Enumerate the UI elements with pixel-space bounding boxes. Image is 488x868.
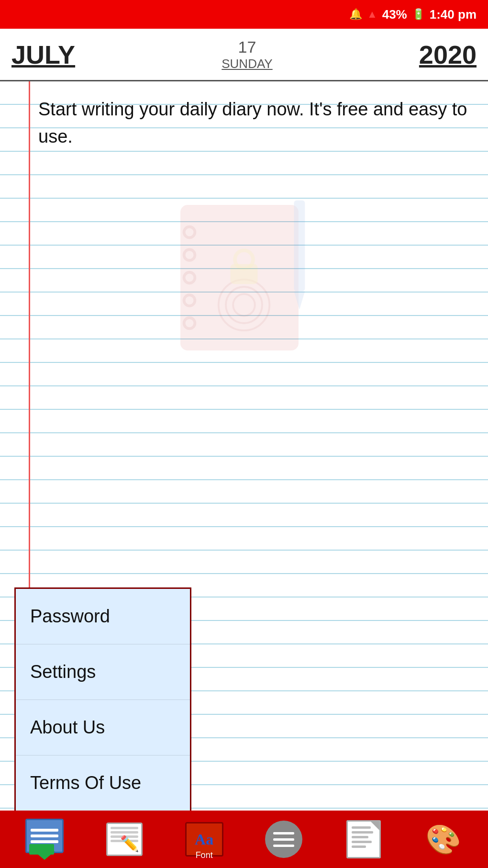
battery-icon: 🔋	[412, 8, 425, 21]
palette-icon: 🎨	[425, 823, 461, 857]
diary-watermark	[144, 177, 344, 378]
status-bar: 🔔 ▲ 43% 🔋 1:40 pm	[0, 0, 488, 29]
notification-icon: 🔔	[349, 8, 362, 21]
time-display: 1:40 pm	[430, 7, 477, 22]
edit-icon: ✏️	[106, 823, 143, 856]
document-icon	[346, 820, 381, 858]
notebook-area[interactable]: Start writing your daily diary now. It's…	[0, 81, 488, 811]
bottom-toolbar: ✏️ Aa Font 🎨	[0, 811, 488, 868]
month-label: JULY	[11, 40, 75, 69]
palette-button[interactable]: 🎨	[415, 815, 472, 863]
font-label: Font	[196, 850, 213, 860]
svg-rect-9	[294, 201, 305, 292]
diary-entry-text[interactable]: Start writing your daily diary now. It's…	[38, 96, 478, 150]
year-label: 2020	[419, 40, 477, 69]
menu-icon	[265, 821, 302, 858]
date-header: JULY 17 SUNDAY 2020	[0, 29, 488, 81]
day-number: 17	[238, 38, 256, 56]
dropdown-menu: Password Settings About Us Terms Of Use	[14, 587, 191, 811]
date-center: 17 SUNDAY	[222, 38, 272, 71]
menu-button[interactable]	[255, 815, 312, 863]
list-button[interactable]	[16, 815, 73, 863]
signal-icon: ▲	[367, 8, 377, 21]
menu-item-password[interactable]: Password	[16, 589, 190, 644]
menu-item-settings[interactable]: Settings	[16, 644, 190, 700]
menu-item-about-us[interactable]: About Us	[16, 700, 190, 755]
document-button[interactable]	[335, 815, 392, 863]
battery-percent: 43%	[382, 7, 407, 22]
edit-button[interactable]: ✏️	[96, 815, 153, 863]
menu-item-terms-of-use[interactable]: Terms Of Use	[16, 755, 190, 811]
font-button[interactable]: Aa Font	[176, 815, 233, 863]
day-name: SUNDAY	[222, 56, 272, 71]
list-icon	[25, 819, 64, 853]
